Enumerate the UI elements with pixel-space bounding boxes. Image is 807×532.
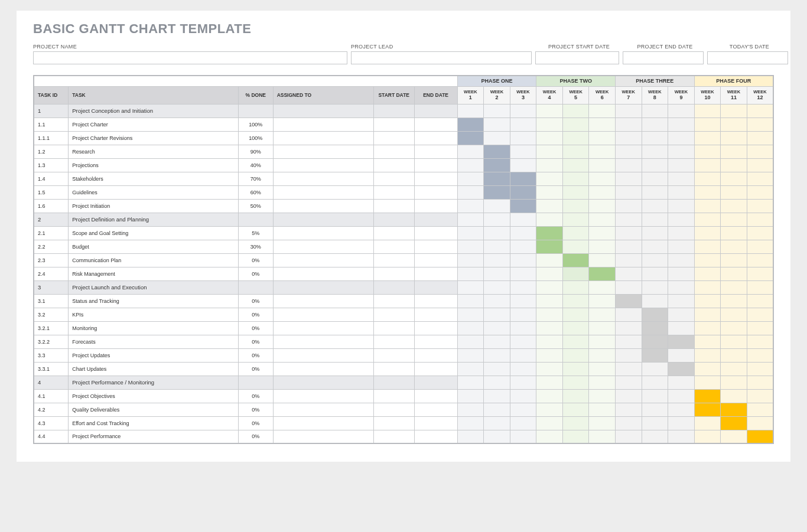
cell-task[interactable]: Forecasts: [69, 335, 239, 348]
cell-ed[interactable]: [414, 389, 457, 403]
cell-week-3[interactable]: [510, 403, 536, 416]
cell-week-10[interactable]: [694, 240, 721, 253]
project-name-input[interactable]: [33, 51, 347, 64]
cell-week-10[interactable]: [694, 185, 721, 199]
cell-sd[interactable]: [373, 240, 414, 253]
cell-week-3[interactable]: [510, 376, 536, 389]
todays-date-input[interactable]: [707, 51, 788, 64]
cell-week-7[interactable]: [615, 348, 642, 362]
cell-week-2[interactable]: [484, 104, 510, 118]
cell-ed[interactable]: [414, 199, 457, 213]
cell-week-12[interactable]: [747, 172, 773, 185]
cell-week-5[interactable]: [562, 294, 589, 308]
cell-done[interactable]: 0%: [238, 362, 273, 376]
cell-sd[interactable]: [373, 362, 414, 376]
cell-week-5[interactable]: [562, 158, 589, 172]
cell-week-12[interactable]: [747, 430, 773, 443]
cell-week-3[interactable]: [510, 226, 536, 240]
cell-sd[interactable]: [373, 145, 414, 158]
cell-week-1[interactable]: [457, 308, 484, 321]
section-row[interactable]: 4Project Performance / Monitoring: [34, 376, 773, 389]
cell-week-8[interactable]: [642, 362, 668, 376]
cell-week-8[interactable]: [642, 308, 668, 321]
cell-week-1[interactable]: [457, 267, 484, 280]
cell-ed[interactable]: [414, 253, 457, 267]
cell-week-5[interactable]: [562, 403, 589, 416]
cell-week-9[interactable]: [668, 389, 695, 403]
cell-done[interactable]: 5%: [238, 226, 273, 240]
table-row[interactable]: 3.3.1Chart Updates0%: [34, 362, 773, 376]
cell-week-11[interactable]: [721, 403, 747, 416]
cell-asg[interactable]: [273, 389, 373, 403]
cell-week-10[interactable]: [694, 335, 721, 348]
cell-sd[interactable]: [373, 185, 414, 199]
cell-week-5[interactable]: [562, 131, 589, 145]
cell-week-6[interactable]: [589, 226, 616, 240]
cell-week-4[interactable]: [536, 348, 563, 362]
cell-week-9[interactable]: [668, 213, 695, 226]
cell-week-2[interactable]: [484, 267, 510, 280]
cell-week-11[interactable]: [721, 226, 747, 240]
cell-week-12[interactable]: [747, 118, 773, 131]
cell-asg[interactable]: [273, 253, 373, 267]
cell-asg[interactable]: [273, 335, 373, 348]
cell-week-3[interactable]: [510, 145, 536, 158]
cell-sd[interactable]: [373, 104, 414, 118]
cell-week-5[interactable]: [562, 199, 589, 213]
cell-week-12[interactable]: [747, 131, 773, 145]
cell-done[interactable]: 0%: [238, 253, 273, 267]
cell-week-6[interactable]: [589, 158, 616, 172]
cell-week-7[interactable]: [615, 145, 642, 158]
cell-week-7[interactable]: [615, 267, 642, 280]
cell-week-11[interactable]: [721, 158, 747, 172]
cell-week-9[interactable]: [668, 158, 695, 172]
cell-sd[interactable]: [373, 403, 414, 416]
cell-week-9[interactable]: [668, 348, 695, 362]
cell-sd[interactable]: [373, 321, 414, 335]
cell-week-5[interactable]: [562, 145, 589, 158]
cell-week-7[interactable]: [615, 416, 642, 430]
cell-week-3[interactable]: [510, 158, 536, 172]
cell-week-12[interactable]: [747, 158, 773, 172]
cell-week-7[interactable]: [615, 172, 642, 185]
cell-week-10[interactable]: [694, 213, 721, 226]
cell-id[interactable]: 2.3: [34, 253, 69, 267]
cell-sd[interactable]: [373, 118, 414, 131]
cell-week-6[interactable]: [589, 118, 616, 131]
cell-week-8[interactable]: [642, 131, 668, 145]
cell-ed[interactable]: [414, 321, 457, 335]
cell-week-10[interactable]: [694, 389, 721, 403]
cell-week-3[interactable]: [510, 362, 536, 376]
cell-ed[interactable]: [414, 280, 457, 294]
cell-id[interactable]: 1: [34, 104, 69, 118]
cell-week-3[interactable]: [510, 131, 536, 145]
cell-week-12[interactable]: [747, 362, 773, 376]
table-row[interactable]: 2.1Scope and Goal Setting5%: [34, 226, 773, 240]
cell-week-5[interactable]: [562, 335, 589, 348]
cell-week-6[interactable]: [589, 430, 616, 443]
cell-ed[interactable]: [414, 416, 457, 430]
cell-week-5[interactable]: [562, 253, 589, 267]
cell-id[interactable]: 1.3: [34, 158, 69, 172]
cell-week-1[interactable]: [457, 335, 484, 348]
cell-week-8[interactable]: [642, 199, 668, 213]
cell-week-11[interactable]: [721, 416, 747, 430]
cell-task[interactable]: Stakeholders: [69, 172, 239, 185]
cell-week-4[interactable]: [536, 376, 563, 389]
cell-done[interactable]: 0%: [238, 348, 273, 362]
cell-week-4[interactable]: [536, 118, 563, 131]
cell-task[interactable]: Project Conception and Initiation: [69, 104, 239, 118]
cell-id[interactable]: 3.3.1: [34, 362, 69, 376]
cell-done[interactable]: 0%: [238, 403, 273, 416]
cell-week-1[interactable]: [457, 430, 484, 443]
cell-asg[interactable]: [273, 172, 373, 185]
table-row[interactable]: 1.2Research90%: [34, 145, 773, 158]
cell-week-3[interactable]: [510, 240, 536, 253]
cell-week-12[interactable]: [747, 294, 773, 308]
cell-week-10[interactable]: [694, 416, 721, 430]
cell-week-6[interactable]: [589, 267, 616, 280]
project-lead-input[interactable]: [351, 51, 532, 64]
cell-week-12[interactable]: [747, 145, 773, 158]
table-row[interactable]: 1.4Stakeholders70%: [34, 172, 773, 185]
cell-week-10[interactable]: [694, 199, 721, 213]
